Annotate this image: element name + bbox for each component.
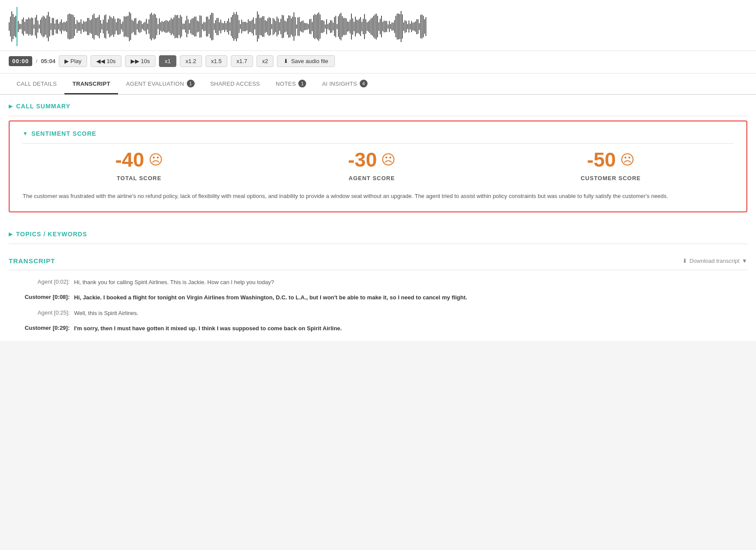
waveform-canvas[interactable] [9, 7, 747, 46]
waveform-bar [380, 19, 381, 34]
waveform-bar [26, 19, 27, 34]
waveform-bar [305, 23, 306, 30]
save-audio-button[interactable]: ⬇ ⬇ Save audio file Save audio file [277, 55, 334, 67]
waveform-bar [32, 18, 33, 35]
waveform-bar [121, 23, 122, 30]
speed-x1-2-button[interactable]: x1.2 [180, 55, 202, 67]
notes-badge: 1 [298, 80, 306, 87]
waveform-bar [310, 19, 311, 34]
waveform-bar [299, 17, 300, 36]
waveform-bar [269, 17, 270, 37]
waveform-bar [35, 17, 36, 36]
agent-sad-icon: ☹ [381, 151, 395, 168]
waveform-bar [99, 15, 100, 38]
waveform-bar [103, 20, 104, 33]
speed-x1-5-button[interactable]: x1.5 [206, 55, 228, 67]
waveform-bar [165, 20, 166, 33]
waveform-bar [57, 19, 58, 34]
rewind-button[interactable]: ◀◀ 10s [91, 55, 122, 67]
waveform-bars [9, 7, 747, 46]
waveform-bar [309, 19, 310, 34]
waveform-bar [175, 15, 176, 38]
waveform-bar [292, 17, 293, 37]
waveform-bar [111, 17, 111, 36]
waveform-bar [341, 13, 341, 41]
download-transcript-link[interactable]: ⬇ Download transcript ▼ [682, 258, 747, 264]
waveform-bar [203, 22, 204, 31]
customer-score-label: CUSTOMER SCORE [580, 175, 641, 181]
waveform-bar [146, 19, 147, 34]
speed-x1-7-button[interactable]: x1.7 [231, 55, 253, 67]
waveform-bar [410, 23, 411, 30]
waveform-bar [199, 15, 200, 38]
forward-button[interactable]: ▶▶ 10s [125, 55, 156, 67]
customer-score-value: -50 [587, 148, 616, 171]
tab-shared-access[interactable]: SHARED ACCESS [202, 74, 268, 94]
customer-score-row: -50 ☹ [587, 148, 634, 171]
waveform-bar [312, 22, 313, 31]
waveform-bar [82, 23, 83, 30]
waveform-bar [415, 21, 416, 31]
waveform-bar [77, 20, 78, 33]
waveform-bar [193, 18, 194, 35]
waveform-bar [286, 21, 287, 31]
waveform-bar [71, 14, 72, 39]
waveform-bar [159, 18, 160, 35]
sentiment-title: SENTIMENT SCORE [31, 130, 97, 137]
waveform-bar [27, 19, 28, 34]
waveform-bar [307, 23, 307, 30]
waveform-bar [218, 18, 219, 35]
waveform-bar [254, 23, 255, 30]
waveform-bar [356, 20, 357, 33]
tab-agent-evaluation[interactable]: AGENT EVALUATION 1 [118, 74, 202, 95]
waveform-bar [11, 11, 12, 42]
tab-call-details[interactable]: CALL DETAILS [9, 74, 64, 94]
waveform-bar [164, 21, 165, 32]
waveform-bar [304, 23, 305, 31]
waveform-section [0, 0, 756, 51]
speaker-label: Agent [0:25]: [9, 309, 70, 316]
waveform-bar [279, 22, 280, 31]
waveform-bar [365, 19, 366, 34]
waveform-bar [330, 20, 331, 33]
waveform-bar [308, 24, 309, 29]
waveform-bar [378, 22, 379, 31]
waveform-bar [141, 21, 142, 32]
waveform-bar [53, 18, 54, 36]
waveform-bar [320, 14, 321, 39]
waveform-bar [277, 17, 277, 36]
speed-x1-button[interactable]: x1 [159, 55, 176, 67]
waveform-bar [425, 17, 426, 36]
waveform-bar [64, 22, 64, 31]
waveform-bar [155, 14, 156, 39]
waveform-bar [303, 20, 304, 32]
waveform-bar [109, 16, 110, 37]
waveform-bar [104, 15, 105, 38]
topics-header[interactable]: ▶ TOPICS / KEYWORDS [9, 223, 747, 244]
waveform-bar [325, 24, 326, 29]
waveform-bar [260, 18, 260, 35]
tab-ai-insights[interactable]: AI INSIGHTS 4 [314, 74, 375, 95]
call-summary-header[interactable]: ▶ CALL SUMMARY [9, 95, 747, 116]
tab-notes[interactable]: NOTES 1 [268, 74, 314, 95]
waveform-bar [94, 13, 94, 39]
play-button[interactable]: ▶ Play [59, 55, 87, 67]
speed-x2-button[interactable]: x2 [256, 55, 274, 67]
waveform-bar [143, 23, 144, 31]
waveform-bar [418, 19, 418, 34]
waveform-bar [267, 18, 268, 35]
waveform-bar [263, 16, 264, 37]
waveform-bar [414, 22, 415, 30]
waveform-bar [88, 18, 89, 35]
sentiment-score-header[interactable]: ▼ SENTIMENT SCORE [23, 130, 733, 143]
waveform-bar [139, 20, 140, 33]
waveform-bar [69, 13, 70, 39]
tab-transcript[interactable]: TRANSCRIPT [64, 74, 118, 94]
waveform-bar [177, 15, 178, 38]
waveform-bar [44, 17, 45, 36]
waveform-bar [350, 20, 351, 33]
line-text: Well, this is Spirit Airlines. [74, 309, 747, 318]
waveform-bar [156, 18, 157, 35]
waveform-bar [23, 17, 24, 36]
waveform-bar [375, 14, 375, 39]
